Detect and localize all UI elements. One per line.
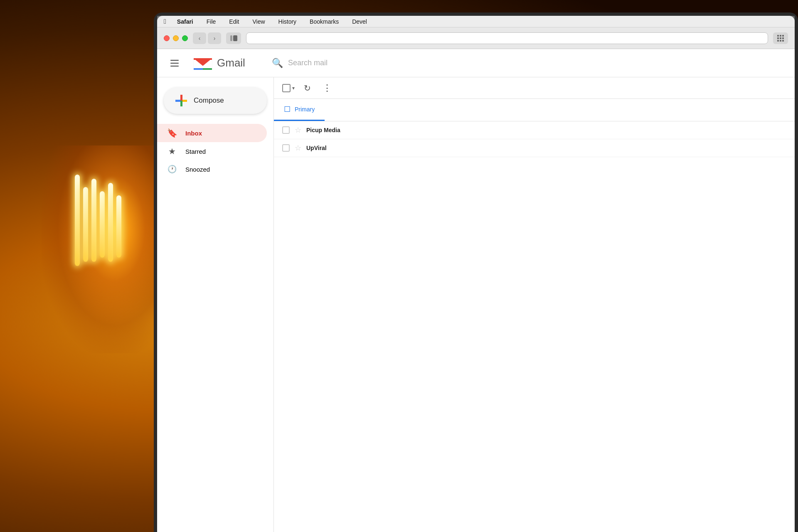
gmail-header: Gmail 🔍 Search mail: [157, 49, 795, 77]
search-icon: 🔍: [272, 58, 283, 69]
dot-4: [777, 37, 779, 39]
gmail-body: Compose 🔖 Inbox ★ Starred: [157, 77, 795, 532]
traffic-lights: [164, 35, 188, 41]
svg-rect-3: [194, 68, 203, 70]
tube-2: [83, 187, 88, 262]
hamburger-menu-button[interactable]: [167, 57, 182, 70]
safari-window: ‹ ›: [157, 27, 795, 532]
gmail-wordmark: Gmail: [217, 57, 245, 69]
email-sender-2: UpViral: [306, 145, 381, 151]
maximize-button[interactable]: [182, 35, 188, 41]
nav-buttons: ‹ ›: [193, 32, 221, 44]
edit-menu-item[interactable]: Edit: [227, 17, 241, 26]
email-star-1[interactable]: ☆: [295, 126, 301, 135]
view-menu-item[interactable]: View: [250, 17, 267, 26]
email-toolbar: ▾ ↻ ⋮: [274, 77, 795, 99]
starred-icon: ★: [167, 146, 177, 156]
snoozed-icon: 🕐: [167, 165, 177, 174]
tube-1: [75, 175, 80, 266]
tube-5: [108, 183, 113, 262]
dot-1: [777, 35, 779, 37]
dot-7: [777, 40, 779, 42]
address-bar[interactable]: [246, 32, 768, 44]
email-checkbox-2[interactable]: [282, 144, 290, 152]
gmail-logo: Gmail: [192, 55, 245, 71]
dot-3: [782, 35, 784, 37]
compose-button[interactable]: Compose: [164, 87, 267, 114]
dot-8: [780, 40, 781, 42]
file-menu-item[interactable]: File: [204, 17, 219, 26]
email-sender-1: Picup Media: [306, 127, 381, 133]
primary-tab-label: Primary: [295, 106, 315, 113]
dot-2: [780, 35, 781, 37]
tube-6: [116, 195, 121, 258]
forward-button[interactable]: ›: [208, 32, 221, 44]
gmail-main: ▾ ↻ ⋮: [273, 77, 795, 532]
inbox-icon: 🔖: [167, 128, 177, 138]
inbox-label: Inbox: [185, 130, 202, 137]
dot-5: [780, 37, 781, 39]
screen-bezel:  Safari File Edit View History Bookmark…: [157, 16, 795, 532]
sidebar-item-snoozed[interactable]: 🕐 Snoozed: [157, 160, 267, 178]
refresh-button[interactable]: ↻: [301, 81, 313, 96]
email-list: ☆ Picup Media ☆ UpViral: [274, 121, 795, 532]
back-button[interactable]: ‹: [193, 32, 206, 44]
gmail-content: Gmail 🔍 Search mail: [157, 49, 795, 532]
email-checkbox-1[interactable]: [282, 126, 290, 134]
screen-content:  Safari File Edit View History Bookmark…: [157, 16, 795, 532]
sidebar-item-inbox[interactable]: 🔖 Inbox: [157, 124, 267, 142]
hamburger-line-1: [170, 60, 179, 61]
select-all-checkbox[interactable]: [282, 84, 291, 92]
more-icon: ⋮: [323, 83, 332, 94]
svg-rect-2: [194, 58, 212, 60]
macos-menubar:  Safari File Edit View History Bookmark…: [157, 16, 795, 27]
email-row-2[interactable]: ☆ UpViral: [274, 139, 795, 157]
sidebar-toggle-button[interactable]: [226, 32, 241, 44]
gmail-tabs: ☐ Primary: [274, 99, 795, 121]
safari-menu-item[interactable]: Safari: [175, 17, 196, 26]
sidebar-right: [233, 35, 237, 41]
search-placeholder-text: Search mail: [288, 59, 328, 67]
history-menu-item[interactable]: History: [276, 17, 299, 26]
tube-4: [100, 191, 105, 258]
apple-menu-item[interactable]: : [164, 18, 166, 25]
dot-6: [782, 37, 784, 39]
macbook-frame:  Safari File Edit View History Bookmark…: [154, 12, 798, 532]
more-options-button[interactable]: ⋮: [320, 80, 334, 96]
gmail-m-logo: [192, 55, 214, 71]
snoozed-label: Snoozed: [185, 166, 210, 173]
sidebar-toggle-icon: [230, 35, 237, 41]
compose-label: Compose: [194, 96, 224, 105]
svg-rect-4: [203, 68, 212, 70]
starred-label: Starred: [185, 148, 206, 155]
minimize-button[interactable]: [173, 35, 179, 41]
lamp-tubes: [75, 175, 125, 291]
email-row-1[interactable]: ☆ Picup Media: [274, 121, 795, 139]
close-button[interactable]: [164, 35, 170, 41]
forward-icon: ›: [214, 35, 216, 42]
safari-toolbar: ‹ ›: [157, 27, 795, 49]
tab-overview-button[interactable]: [773, 32, 788, 44]
primary-tab-icon: ☐: [284, 105, 291, 114]
compose-plus-icon: [175, 95, 187, 106]
hamburger-line-3: [170, 66, 179, 66]
bookmarks-menu-item[interactable]: Bookmarks: [307, 17, 341, 26]
tab-primary[interactable]: ☐ Primary: [274, 99, 325, 121]
gmail-search-bar[interactable]: 🔍 Search mail: [272, 58, 785, 69]
refresh-icon: ↻: [304, 83, 311, 93]
develop-menu-item[interactable]: Devel: [350, 17, 369, 26]
hamburger-line-2: [170, 63, 179, 64]
tube-3: [91, 179, 96, 262]
email-star-2[interactable]: ☆: [295, 143, 301, 153]
checkbox-dropdown-arrow[interactable]: ▾: [292, 85, 295, 91]
back-icon: ‹: [199, 35, 201, 42]
sidebar-item-starred[interactable]: ★ Starred: [157, 142, 267, 160]
gmail-sidebar: Compose 🔖 Inbox ★ Starred: [157, 77, 273, 532]
sidebar-left: [230, 35, 232, 41]
grid-icon: [777, 35, 784, 42]
dot-9: [782, 40, 784, 42]
